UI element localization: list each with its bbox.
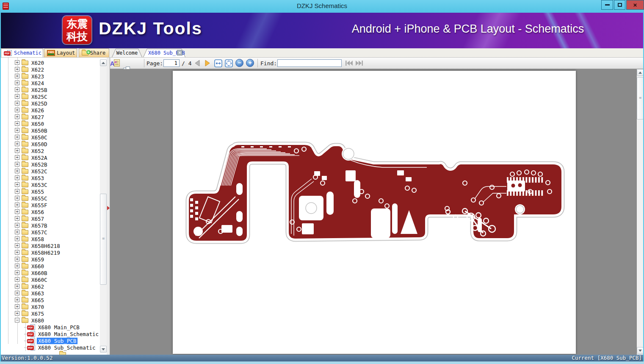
expand-icon[interactable]: +: [15, 257, 19, 261]
expand-icon[interactable]: +: [15, 189, 19, 194]
tree-item-X624[interactable]: +X624: [0, 80, 98, 86]
tree-item-X627[interactable]: +X627: [0, 114, 98, 120]
tree-item-X655[interactable]: +X655: [0, 188, 98, 195]
expand-icon[interactable]: +: [15, 311, 19, 316]
expand-icon[interactable]: +: [15, 162, 19, 167]
expand-icon[interactable]: +: [15, 264, 19, 268]
tree-item-X680-Main_PCB[interactable]: PDFX680 Main_PCB: [0, 324, 98, 331]
tree-item-X675[interactable]: +X675: [0, 310, 98, 317]
collapse-sidebar-icon[interactable]: [107, 206, 110, 210]
tree-item-X653C[interactable]: +X653C: [0, 181, 98, 188]
expand-icon[interactable]: +: [15, 175, 19, 180]
expand-icon[interactable]: +: [15, 108, 19, 112]
tree-item-X680-Sub_PCB[interactable]: PDFX680 Sub_PCB: [0, 337, 98, 344]
tree-scrollbar-thumb[interactable]: ≡: [100, 194, 107, 285]
expand-icon[interactable]: +: [15, 209, 19, 214]
expand-icon[interactable]: +: [15, 169, 19, 173]
tab-close-icon[interactable]: ×: [177, 50, 182, 56]
sidebar-splitter[interactable]: [107, 58, 110, 355]
fit-width-icon[interactable]: [214, 59, 222, 67]
expand-icon[interactable]: +: [15, 230, 19, 234]
expand-icon[interactable]: +: [15, 128, 19, 133]
match-case-icon[interactable]: Aa: [110, 60, 116, 67]
fit-page-icon[interactable]: [225, 59, 233, 67]
expand-icon[interactable]: +: [15, 94, 19, 99]
tree-item-X625B[interactable]: +X625B: [0, 86, 98, 93]
expand-icon[interactable]: +: [15, 67, 19, 72]
next-page-icon[interactable]: [204, 60, 211, 67]
expand-icon[interactable]: +: [15, 250, 19, 255]
tree-item-X662[interactable]: +X662: [0, 283, 98, 290]
expand-icon[interactable]: +: [15, 216, 19, 221]
expand-icon[interactable]: +: [15, 142, 19, 146]
tree-item-X650C[interactable]: +X650C: [0, 134, 98, 141]
tree-item-X652B[interactable]: +X652B: [0, 161, 98, 168]
tab-share[interactable]: + Share: [79, 48, 109, 57]
scroll-up-icon[interactable]: [100, 59, 107, 66]
tree-item-X680[interactable]: −X680: [0, 317, 98, 324]
tree-item-X658[interactable]: +X658: [0, 236, 98, 242]
collapse-icon[interactable]: −: [15, 318, 19, 322]
doc-tab-welcome[interactable]: Welcome: [112, 49, 142, 57]
tree-item-X655F[interactable]: +X655F: [0, 202, 98, 208]
tree-item-X620[interactable]: +X620: [0, 59, 98, 66]
expand-icon[interactable]: +: [15, 196, 19, 200]
find-input[interactable]: [277, 59, 342, 67]
tree-item-X652A[interactable]: +X652A: [0, 154, 98, 161]
doc-tab-x680-sub-pcb[interactable]: X680 Sub_PCB ×: [143, 49, 185, 57]
tree-item-X660C[interactable]: +X660C: [0, 276, 98, 283]
tree-item-X656[interactable]: +X656: [0, 208, 98, 215]
tree-item-X680-Main_Schematic[interactable]: PDFX680 Main_Schematic: [0, 331, 98, 337]
expand-icon[interactable]: +: [15, 304, 19, 309]
expand-icon[interactable]: +: [15, 277, 19, 282]
tree-item-X653[interactable]: +X653: [0, 175, 98, 181]
tree-item-X622[interactable]: +X622: [0, 66, 98, 73]
tree-item-X657B[interactable]: +X657B: [0, 222, 98, 229]
expand-icon[interactable]: +: [15, 74, 19, 78]
expand-icon[interactable]: +: [15, 101, 19, 106]
expand-icon[interactable]: +: [15, 148, 19, 153]
expand-icon[interactable]: +: [15, 291, 19, 295]
tree-item-X650[interactable]: +X650: [0, 120, 98, 127]
tree-item-X658H6218[interactable]: +X658H6218: [0, 242, 98, 249]
tree-item-X625C[interactable]: +X625C: [0, 93, 98, 100]
expand-icon[interactable]: +: [15, 135, 19, 139]
page-number-input[interactable]: [163, 59, 180, 67]
find-next-icon[interactable]: [355, 60, 363, 66]
tree-item-X650B[interactable]: +X650B: [0, 127, 98, 134]
document-scrollbar-thumb[interactable]: ≡: [637, 77, 644, 119]
zoom-in-icon[interactable]: +: [246, 59, 254, 67]
document-scrollbar[interactable]: ≡: [637, 69, 644, 355]
expand-icon[interactable]: +: [15, 236, 19, 241]
expand-icon[interactable]: +: [15, 297, 19, 302]
tree-item-partial[interactable]: [0, 351, 98, 355]
tree-item-X660[interactable]: +X660: [0, 263, 98, 270]
tab-schematic[interactable]: PDF Schematic: [1, 48, 43, 57]
expand-icon[interactable]: +: [15, 81, 19, 85]
maximize-button[interactable]: [614, 0, 625, 10]
zoom-out-icon[interactable]: −: [235, 59, 243, 67]
expand-icon[interactable]: +: [15, 223, 19, 228]
tab-layout[interactable]: PADS Layout: [44, 48, 77, 57]
expand-icon[interactable]: +: [15, 87, 19, 92]
tree-item-X659[interactable]: +X659: [0, 256, 98, 263]
tree-item-X660B[interactable]: +X660B: [0, 270, 98, 276]
tree-item-X650D[interactable]: +X650D: [0, 141, 98, 147]
prev-page-icon[interactable]: [194, 60, 201, 67]
find-previous-icon[interactable]: [345, 60, 353, 66]
expand-icon[interactable]: +: [15, 114, 19, 119]
close-button[interactable]: ×: [626, 0, 644, 10]
expand-icon[interactable]: +: [15, 270, 19, 275]
expand-icon[interactable]: +: [15, 203, 19, 207]
tree-item-X652[interactable]: +X652: [0, 147, 98, 154]
expand-icon[interactable]: +: [15, 155, 19, 160]
tree-scrollbar[interactable]: ≡: [100, 59, 107, 353]
tree-item-X665[interactable]: +X665: [0, 297, 98, 303]
scroll-down-icon[interactable]: [637, 347, 644, 354]
tree-item-X663[interactable]: +X663: [0, 290, 98, 297]
tree-item-X625D[interactable]: +X625D: [0, 100, 98, 107]
expand-icon[interactable]: +: [15, 243, 19, 248]
expand-icon[interactable]: +: [15, 182, 19, 187]
tree-item-X680-Sub_Schematic[interactable]: PDFX680 Sub_Schematic: [0, 344, 98, 351]
tree-item-X623[interactable]: +X623: [0, 73, 98, 80]
